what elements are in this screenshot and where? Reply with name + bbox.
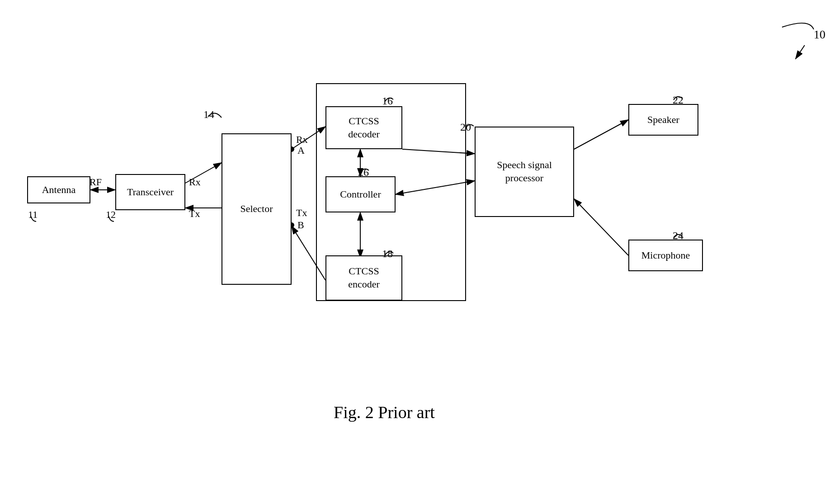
microphone-box: Microphone	[628, 240, 703, 271]
label-rx-selector: Rx	[296, 134, 308, 146]
ref-26: 26	[358, 166, 369, 179]
selector-box: Selector	[222, 133, 292, 285]
ctcss-encoder-box: CTCSSencoder	[325, 255, 402, 301]
fig-caption: Fig. 2 Prior art	[226, 402, 542, 422]
speech-processor-label: Speech signalprocessor	[497, 159, 552, 184]
label-rx-transceiver: Rx	[189, 176, 201, 188]
svg-line-8	[574, 120, 628, 149]
transceiver-label: Transceiver	[127, 186, 174, 199]
diagram: Antenna Transceiver Selector CTCSSdecode…	[0, 0, 839, 504]
ref-12: 12	[106, 209, 116, 221]
speaker-box: Speaker	[628, 104, 698, 136]
label-tx-selector: Tx	[296, 207, 307, 219]
ref-10: 10	[814, 28, 825, 42]
svg-line-7	[402, 149, 475, 154]
ref-14: 14	[203, 108, 214, 121]
ref-18: 18	[382, 248, 393, 260]
transceiver-box: Transceiver	[115, 174, 185, 210]
ctcss-decoder-label: CTCSSdecoder	[348, 115, 380, 141]
controller-label: Controller	[340, 188, 381, 201]
microphone-label: Microphone	[641, 249, 690, 262]
ref-22: 22	[673, 94, 683, 106]
ctcss-decoder-box: CTCSSdecoder	[325, 106, 402, 149]
svg-line-13	[292, 226, 325, 280]
antenna-box: Antenna	[27, 176, 90, 203]
ctcss-encoder-label: CTCSSencoder	[348, 265, 380, 291]
controller-box: Controller	[325, 176, 396, 212]
speaker-label: Speaker	[647, 113, 679, 127]
ref-16: 16	[382, 95, 393, 107]
label-tx-transceiver: Tx	[189, 208, 200, 220]
label-a: A	[297, 145, 305, 156]
ref-11: 11	[28, 209, 38, 221]
svg-line-14	[796, 45, 805, 59]
selector-label: Selector	[240, 203, 273, 216]
label-rf: RF	[90, 176, 102, 188]
ref-24: 24	[673, 230, 683, 242]
speech-processor-box: Speech signalprocessor	[475, 127, 574, 217]
svg-line-9	[574, 199, 628, 255]
ref-20: 20	[460, 121, 471, 133]
svg-line-12	[396, 181, 475, 194]
label-b: B	[297, 219, 304, 231]
antenna-label: Antenna	[42, 184, 76, 197]
diagram-lines	[0, 0, 839, 504]
